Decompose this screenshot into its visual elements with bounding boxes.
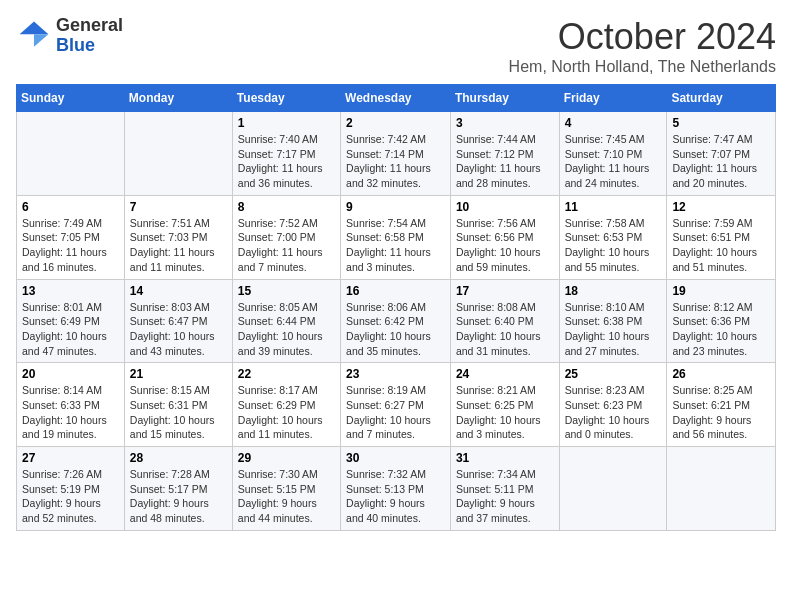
day-number: 3: [456, 116, 554, 130]
day-info: Sunrise: 8:10 AM Sunset: 6:38 PM Dayligh…: [565, 300, 662, 359]
calendar-cell: 14Sunrise: 8:03 AM Sunset: 6:47 PM Dayli…: [124, 279, 232, 363]
day-number: 2: [346, 116, 445, 130]
logo: General Blue: [16, 16, 123, 56]
calendar-cell: 30Sunrise: 7:32 AM Sunset: 5:13 PM Dayli…: [341, 447, 451, 531]
logo-text: General Blue: [56, 16, 123, 56]
calendar-week-row: 13Sunrise: 8:01 AM Sunset: 6:49 PM Dayli…: [17, 279, 776, 363]
day-info: Sunrise: 8:25 AM Sunset: 6:21 PM Dayligh…: [672, 383, 770, 442]
title-section: October 2024 Hem, North Holland, The Net…: [509, 16, 776, 76]
day-number: 20: [22, 367, 119, 381]
calendar-week-row: 27Sunrise: 7:26 AM Sunset: 5:19 PM Dayli…: [17, 447, 776, 531]
day-of-week-header: Monday: [124, 85, 232, 112]
day-info: Sunrise: 7:44 AM Sunset: 7:12 PM Dayligh…: [456, 132, 554, 191]
calendar-cell: 29Sunrise: 7:30 AM Sunset: 5:15 PM Dayli…: [232, 447, 340, 531]
day-of-week-header: Wednesday: [341, 85, 451, 112]
day-of-week-header: Sunday: [17, 85, 125, 112]
day-info: Sunrise: 7:45 AM Sunset: 7:10 PM Dayligh…: [565, 132, 662, 191]
day-number: 8: [238, 200, 335, 214]
calendar-cell: 23Sunrise: 8:19 AM Sunset: 6:27 PM Dayli…: [341, 363, 451, 447]
day-number: 31: [456, 451, 554, 465]
calendar-cell: 25Sunrise: 8:23 AM Sunset: 6:23 PM Dayli…: [559, 363, 667, 447]
day-info: Sunrise: 7:30 AM Sunset: 5:15 PM Dayligh…: [238, 467, 335, 526]
day-number: 27: [22, 451, 119, 465]
day-info: Sunrise: 7:32 AM Sunset: 5:13 PM Dayligh…: [346, 467, 445, 526]
day-info: Sunrise: 8:14 AM Sunset: 6:33 PM Dayligh…: [22, 383, 119, 442]
calendar-cell: 18Sunrise: 8:10 AM Sunset: 6:38 PM Dayli…: [559, 279, 667, 363]
day-of-week-header: Friday: [559, 85, 667, 112]
day-number: 10: [456, 200, 554, 214]
day-info: Sunrise: 7:49 AM Sunset: 7:05 PM Dayligh…: [22, 216, 119, 275]
day-of-week-header: Saturday: [667, 85, 776, 112]
day-number: 28: [130, 451, 227, 465]
calendar-cell: [124, 112, 232, 196]
calendar-cell: 17Sunrise: 8:08 AM Sunset: 6:40 PM Dayli…: [450, 279, 559, 363]
day-info: Sunrise: 8:03 AM Sunset: 6:47 PM Dayligh…: [130, 300, 227, 359]
day-number: 18: [565, 284, 662, 298]
calendar-cell: [17, 112, 125, 196]
calendar-cell: [667, 447, 776, 531]
day-info: Sunrise: 7:34 AM Sunset: 5:11 PM Dayligh…: [456, 467, 554, 526]
day-info: Sunrise: 8:06 AM Sunset: 6:42 PM Dayligh…: [346, 300, 445, 359]
day-number: 12: [672, 200, 770, 214]
day-number: 16: [346, 284, 445, 298]
day-number: 25: [565, 367, 662, 381]
day-info: Sunrise: 7:47 AM Sunset: 7:07 PM Dayligh…: [672, 132, 770, 191]
day-number: 30: [346, 451, 445, 465]
calendar-cell: 15Sunrise: 8:05 AM Sunset: 6:44 PM Dayli…: [232, 279, 340, 363]
day-info: Sunrise: 7:56 AM Sunset: 6:56 PM Dayligh…: [456, 216, 554, 275]
day-info: Sunrise: 8:08 AM Sunset: 6:40 PM Dayligh…: [456, 300, 554, 359]
calendar-cell: 28Sunrise: 7:28 AM Sunset: 5:17 PM Dayli…: [124, 447, 232, 531]
day-info: Sunrise: 7:51 AM Sunset: 7:03 PM Dayligh…: [130, 216, 227, 275]
day-number: 5: [672, 116, 770, 130]
calendar-cell: [559, 447, 667, 531]
calendar-week-row: 20Sunrise: 8:14 AM Sunset: 6:33 PM Dayli…: [17, 363, 776, 447]
day-number: 9: [346, 200, 445, 214]
day-number: 13: [22, 284, 119, 298]
svg-marker-1: [34, 34, 48, 47]
day-info: Sunrise: 8:19 AM Sunset: 6:27 PM Dayligh…: [346, 383, 445, 442]
calendar-table: SundayMondayTuesdayWednesdayThursdayFrid…: [16, 84, 776, 531]
day-info: Sunrise: 7:28 AM Sunset: 5:17 PM Dayligh…: [130, 467, 227, 526]
day-info: Sunrise: 8:15 AM Sunset: 6:31 PM Dayligh…: [130, 383, 227, 442]
day-info: Sunrise: 7:54 AM Sunset: 6:58 PM Dayligh…: [346, 216, 445, 275]
calendar-cell: 27Sunrise: 7:26 AM Sunset: 5:19 PM Dayli…: [17, 447, 125, 531]
day-info: Sunrise: 7:42 AM Sunset: 7:14 PM Dayligh…: [346, 132, 445, 191]
day-number: 24: [456, 367, 554, 381]
logo-icon: [16, 18, 52, 54]
calendar-cell: 16Sunrise: 8:06 AM Sunset: 6:42 PM Dayli…: [341, 279, 451, 363]
day-info: Sunrise: 8:05 AM Sunset: 6:44 PM Dayligh…: [238, 300, 335, 359]
day-info: Sunrise: 8:12 AM Sunset: 6:36 PM Dayligh…: [672, 300, 770, 359]
calendar-cell: 5Sunrise: 7:47 AM Sunset: 7:07 PM Daylig…: [667, 112, 776, 196]
day-number: 21: [130, 367, 227, 381]
day-number: 1: [238, 116, 335, 130]
day-info: Sunrise: 8:17 AM Sunset: 6:29 PM Dayligh…: [238, 383, 335, 442]
calendar-cell: 31Sunrise: 7:34 AM Sunset: 5:11 PM Dayli…: [450, 447, 559, 531]
calendar-header-row: SundayMondayTuesdayWednesdayThursdayFrid…: [17, 85, 776, 112]
calendar-week-row: 6Sunrise: 7:49 AM Sunset: 7:05 PM Daylig…: [17, 195, 776, 279]
location-subtitle: Hem, North Holland, The Netherlands: [509, 58, 776, 76]
day-info: Sunrise: 7:58 AM Sunset: 6:53 PM Dayligh…: [565, 216, 662, 275]
calendar-cell: 12Sunrise: 7:59 AM Sunset: 6:51 PM Dayli…: [667, 195, 776, 279]
day-info: Sunrise: 8:23 AM Sunset: 6:23 PM Dayligh…: [565, 383, 662, 442]
calendar-cell: 3Sunrise: 7:44 AM Sunset: 7:12 PM Daylig…: [450, 112, 559, 196]
month-title: October 2024: [509, 16, 776, 58]
day-number: 17: [456, 284, 554, 298]
calendar-cell: 21Sunrise: 8:15 AM Sunset: 6:31 PM Dayli…: [124, 363, 232, 447]
calendar-cell: 4Sunrise: 7:45 AM Sunset: 7:10 PM Daylig…: [559, 112, 667, 196]
calendar-cell: 11Sunrise: 7:58 AM Sunset: 6:53 PM Dayli…: [559, 195, 667, 279]
day-info: Sunrise: 8:01 AM Sunset: 6:49 PM Dayligh…: [22, 300, 119, 359]
calendar-cell: 1Sunrise: 7:40 AM Sunset: 7:17 PM Daylig…: [232, 112, 340, 196]
day-info: Sunrise: 7:40 AM Sunset: 7:17 PM Dayligh…: [238, 132, 335, 191]
page-header: General Blue October 2024 Hem, North Hol…: [16, 16, 776, 76]
calendar-cell: 8Sunrise: 7:52 AM Sunset: 7:00 PM Daylig…: [232, 195, 340, 279]
day-number: 23: [346, 367, 445, 381]
day-number: 6: [22, 200, 119, 214]
day-info: Sunrise: 7:26 AM Sunset: 5:19 PM Dayligh…: [22, 467, 119, 526]
calendar-cell: 6Sunrise: 7:49 AM Sunset: 7:05 PM Daylig…: [17, 195, 125, 279]
calendar-cell: 22Sunrise: 8:17 AM Sunset: 6:29 PM Dayli…: [232, 363, 340, 447]
calendar-week-row: 1Sunrise: 7:40 AM Sunset: 7:17 PM Daylig…: [17, 112, 776, 196]
calendar-cell: 19Sunrise: 8:12 AM Sunset: 6:36 PM Dayli…: [667, 279, 776, 363]
calendar-cell: 20Sunrise: 8:14 AM Sunset: 6:33 PM Dayli…: [17, 363, 125, 447]
day-number: 19: [672, 284, 770, 298]
calendar-cell: 24Sunrise: 8:21 AM Sunset: 6:25 PM Dayli…: [450, 363, 559, 447]
